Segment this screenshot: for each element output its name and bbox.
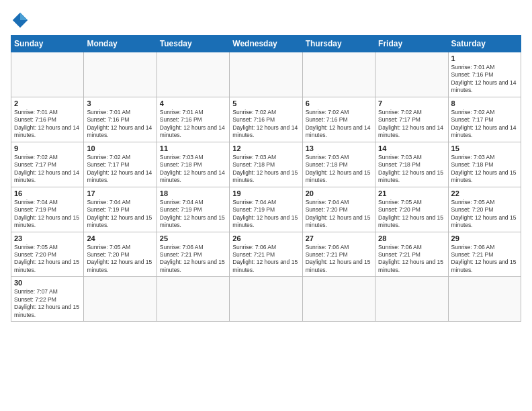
day-info: Sunrise: 7:05 AM Sunset: 7:20 PM Dayligh… (451, 199, 518, 230)
column-header-tuesday: Tuesday (157, 36, 229, 52)
calendar-cell: 9Sunrise: 7:02 AM Sunset: 7:17 PM Daylig… (11, 142, 84, 187)
calendar-cell: 30Sunrise: 7:07 AM Sunset: 7:22 PM Dayli… (11, 277, 84, 322)
day-info: Sunrise: 7:07 AM Sunset: 7:22 PM Dayligh… (14, 288, 81, 319)
column-header-friday: Friday (375, 36, 448, 52)
day-info: Sunrise: 7:05 AM Sunset: 7:20 PM Dayligh… (87, 244, 153, 275)
calendar-cell: 19Sunrise: 7:04 AM Sunset: 7:19 PM Dayli… (230, 187, 302, 232)
calendar-cell: 12Sunrise: 7:03 AM Sunset: 7:18 PM Dayli… (230, 142, 302, 187)
day-number: 16 (14, 189, 81, 197)
day-info: Sunrise: 7:02 AM Sunset: 7:17 PM Dayligh… (451, 109, 518, 140)
day-info: Sunrise: 7:06 AM Sunset: 7:21 PM Dayligh… (451, 244, 518, 275)
day-number: 5 (232, 99, 299, 107)
calendar-cell: 22Sunrise: 7:05 AM Sunset: 7:20 PM Dayli… (448, 187, 521, 232)
day-info: Sunrise: 7:02 AM Sunset: 7:16 PM Dayligh… (306, 109, 372, 140)
day-info: Sunrise: 7:01 AM Sunset: 7:16 PM Dayligh… (160, 109, 226, 140)
day-number: 27 (306, 234, 372, 242)
calendar-cell: 8Sunrise: 7:02 AM Sunset: 7:17 PM Daylig… (448, 97, 521, 142)
day-number: 15 (451, 144, 518, 152)
day-number: 6 (306, 99, 372, 107)
calendar-cell: 6Sunrise: 7:02 AM Sunset: 7:16 PM Daylig… (302, 97, 375, 142)
calendar-cell: 4Sunrise: 7:01 AM Sunset: 7:16 PM Daylig… (157, 97, 229, 142)
calendar-cell (375, 52, 448, 97)
calendar-cell (302, 52, 375, 97)
day-number: 30 (14, 279, 81, 287)
calendar-week-row: 30Sunrise: 7:07 AM Sunset: 7:22 PM Dayli… (11, 277, 521, 322)
day-info: Sunrise: 7:04 AM Sunset: 7:19 PM Dayligh… (160, 199, 226, 230)
day-info: Sunrise: 7:03 AM Sunset: 7:18 PM Dayligh… (232, 154, 299, 185)
calendar-cell: 28Sunrise: 7:06 AM Sunset: 7:21 PM Dayli… (375, 232, 448, 277)
day-number: 14 (378, 144, 445, 152)
calendar-cell (375, 277, 448, 322)
day-info: Sunrise: 7:06 AM Sunset: 7:21 PM Dayligh… (232, 244, 299, 275)
day-info: Sunrise: 7:02 AM Sunset: 7:17 PM Dayligh… (378, 109, 445, 140)
svg-marker-1 (20, 13, 28, 20)
calendar-cell: 11Sunrise: 7:03 AM Sunset: 7:18 PM Dayli… (157, 142, 229, 187)
day-info: Sunrise: 7:05 AM Sunset: 7:20 PM Dayligh… (14, 244, 81, 275)
day-number: 12 (232, 144, 299, 152)
calendar-cell (448, 277, 521, 322)
day-number: 3 (87, 99, 153, 107)
calendar-cell (157, 277, 229, 322)
calendar-week-row: 16Sunrise: 7:04 AM Sunset: 7:19 PM Dayli… (11, 187, 521, 232)
day-info: Sunrise: 7:01 AM Sunset: 7:16 PM Dayligh… (87, 109, 153, 140)
calendar-cell: 5Sunrise: 7:02 AM Sunset: 7:16 PM Daylig… (230, 97, 302, 142)
day-number: 23 (14, 234, 81, 242)
day-info: Sunrise: 7:03 AM Sunset: 7:18 PM Dayligh… (306, 154, 372, 185)
day-number: 20 (306, 189, 372, 197)
calendar-cell: 16Sunrise: 7:04 AM Sunset: 7:19 PM Dayli… (11, 187, 84, 232)
day-info: Sunrise: 7:04 AM Sunset: 7:19 PM Dayligh… (14, 199, 81, 230)
calendar-cell (84, 277, 157, 322)
day-info: Sunrise: 7:02 AM Sunset: 7:16 PM Dayligh… (232, 109, 299, 140)
day-info: Sunrise: 7:06 AM Sunset: 7:21 PM Dayligh… (378, 244, 445, 275)
calendar-week-row: 23Sunrise: 7:05 AM Sunset: 7:20 PM Dayli… (11, 232, 521, 277)
day-number: 4 (160, 99, 226, 107)
calendar-cell (302, 277, 375, 322)
day-number: 22 (451, 189, 518, 197)
calendar-cell (230, 52, 302, 97)
day-info: Sunrise: 7:02 AM Sunset: 7:17 PM Dayligh… (14, 154, 81, 185)
day-info: Sunrise: 7:01 AM Sunset: 7:16 PM Dayligh… (451, 64, 518, 95)
calendar-week-row: 2Sunrise: 7:01 AM Sunset: 7:16 PM Daylig… (11, 97, 521, 142)
day-number: 19 (232, 189, 299, 197)
logo-icon (11, 11, 30, 30)
day-number: 24 (87, 234, 153, 242)
calendar-cell: 21Sunrise: 7:05 AM Sunset: 7:20 PM Dayli… (375, 187, 448, 232)
calendar-cell: 23Sunrise: 7:05 AM Sunset: 7:20 PM Dayli… (11, 232, 84, 277)
column-header-wednesday: Wednesday (230, 36, 302, 52)
day-info: Sunrise: 7:01 AM Sunset: 7:16 PM Dayligh… (14, 109, 81, 140)
calendar-week-row: 1Sunrise: 7:01 AM Sunset: 7:16 PM Daylig… (11, 52, 521, 97)
column-header-thursday: Thursday (302, 36, 375, 52)
day-info: Sunrise: 7:03 AM Sunset: 7:18 PM Dayligh… (378, 154, 445, 185)
day-number: 7 (378, 99, 445, 107)
page-header (11, 11, 521, 30)
day-number: 10 (87, 144, 153, 152)
day-info: Sunrise: 7:03 AM Sunset: 7:18 PM Dayligh… (451, 154, 518, 185)
day-number: 2 (14, 99, 81, 107)
calendar-cell: 14Sunrise: 7:03 AM Sunset: 7:18 PM Dayli… (375, 142, 448, 187)
day-number: 26 (232, 234, 299, 242)
logo (11, 11, 32, 30)
calendar-cell: 18Sunrise: 7:04 AM Sunset: 7:19 PM Dayli… (157, 187, 229, 232)
day-info: Sunrise: 7:05 AM Sunset: 7:20 PM Dayligh… (378, 199, 445, 230)
day-number: 25 (160, 234, 226, 242)
day-number: 29 (451, 234, 518, 242)
calendar-header-row: SundayMondayTuesdayWednesdayThursdayFrid… (11, 36, 521, 52)
column-header-sunday: Sunday (11, 36, 84, 52)
column-header-monday: Monday (84, 36, 157, 52)
calendar-week-row: 9Sunrise: 7:02 AM Sunset: 7:17 PM Daylig… (11, 142, 521, 187)
calendar-cell: 2Sunrise: 7:01 AM Sunset: 7:16 PM Daylig… (11, 97, 84, 142)
calendar-cell: 1Sunrise: 7:01 AM Sunset: 7:16 PM Daylig… (448, 52, 521, 97)
calendar-cell: 27Sunrise: 7:06 AM Sunset: 7:21 PM Dayli… (302, 232, 375, 277)
calendar-cell: 29Sunrise: 7:06 AM Sunset: 7:21 PM Dayli… (448, 232, 521, 277)
day-info: Sunrise: 7:04 AM Sunset: 7:19 PM Dayligh… (87, 199, 153, 230)
day-info: Sunrise: 7:02 AM Sunset: 7:17 PM Dayligh… (87, 154, 153, 185)
column-header-saturday: Saturday (448, 36, 521, 52)
day-number: 18 (160, 189, 226, 197)
day-number: 21 (378, 189, 445, 197)
calendar-cell: 26Sunrise: 7:06 AM Sunset: 7:21 PM Dayli… (230, 232, 302, 277)
calendar-cell (11, 52, 84, 97)
day-info: Sunrise: 7:04 AM Sunset: 7:19 PM Dayligh… (232, 199, 299, 230)
calendar-cell: 17Sunrise: 7:04 AM Sunset: 7:19 PM Dayli… (84, 187, 157, 232)
day-info: Sunrise: 7:06 AM Sunset: 7:21 PM Dayligh… (306, 244, 372, 275)
calendar-cell (230, 277, 302, 322)
